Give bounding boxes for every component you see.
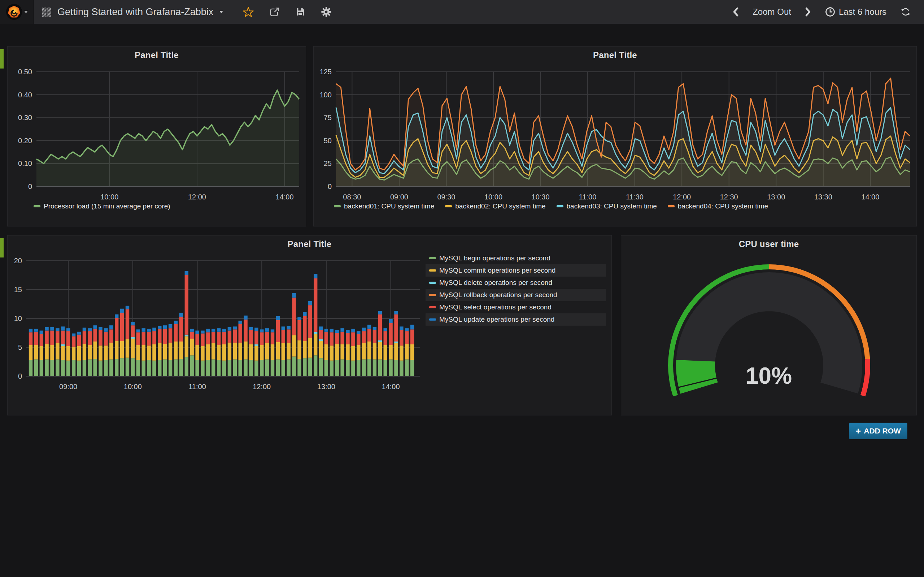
grafana-dashboard: Getting Started with Grafana-Zabbix [0,0,924,577]
legend-label: backend01: CPU system time [344,202,434,210]
svg-text:125: 125 [320,68,332,76]
add-row-button[interactable]: + ADD ROW [849,423,908,439]
star-button[interactable] [241,4,256,19]
svg-text:10:00: 10:00 [100,193,118,201]
svg-text:10:30: 10:30 [531,193,550,201]
legend-item[interactable]: MySQL rollback operations per second [426,289,606,301]
svg-text:20: 20 [14,257,22,265]
legend-label: backend04: CPU system time [678,202,768,210]
svg-text:14:00: 14:00 [276,193,294,201]
svg-text:5: 5 [18,343,22,351]
time-range-label: Last 6 hours [839,7,887,17]
legend-color-swatch [429,306,436,308]
svg-text:10:00: 10:00 [485,193,502,201]
cpu-user-time-gauge[interactable] [621,235,917,417]
panel-cpu-user-time-gauge: CPU user time 10% [621,235,917,416]
grafana-menu-button[interactable] [0,0,34,24]
zoom-out-label: Zoom Out [753,7,791,17]
legend-label: MySQL update operations per second [439,316,554,324]
legend-label: MySQL rollback operations per second [439,291,557,299]
row-collapse-tab[interactable] [0,238,3,258]
chevron-right-icon [805,7,811,17]
chart-legend: MySQL begin operations per secondMySQL c… [426,252,606,326]
chart-svg: 10:0012:0014:000.500.400.300.200.100 [8,47,307,227]
save-icon [295,6,306,17]
dashboard-title-dropdown[interactable]: Getting Started with Grafana-Zabbix [34,0,233,24]
legend-label: backend02: CPU system time [455,202,545,210]
legend-item[interactable]: Processor load (15 min average per core) [34,202,170,210]
grafana-logo-icon [6,3,23,20]
legend-color-swatch [429,294,436,296]
svg-text:11:00: 11:00 [579,193,597,201]
time-shift-back-button[interactable] [730,5,741,19]
svg-text:75: 75 [324,114,332,121]
chart-legend: Processor load (15 min average per core) [34,202,170,210]
legend-color-swatch [429,318,436,321]
cpu-system-time-chart[interactable]: 08:3009:0009:3010:0010:3011:0011:3012:00… [313,47,917,228]
navbar: Getting Started with Grafana-Zabbix [0,0,924,24]
refresh-button[interactable] [898,4,913,19]
legend-label: MySQL select operations per second [439,303,551,311]
legend-item[interactable]: backend04: CPU system time [668,202,768,210]
legend-item[interactable]: MySQL update operations per second [426,313,606,326]
svg-text:100: 100 [320,91,332,99]
svg-text:09:30: 09:30 [437,193,455,201]
settings-button[interactable] [319,4,334,19]
svg-text:0: 0 [18,372,22,380]
legend-item[interactable]: backend02: CPU system time [445,202,545,210]
star-icon [243,6,254,17]
legend-color-swatch [429,282,436,284]
svg-text:0: 0 [328,182,332,190]
processor-load-chart[interactable]: 10:0012:0014:000.500.400.300.200.100 [8,47,307,228]
save-button[interactable] [293,4,308,19]
svg-text:15: 15 [14,285,22,293]
legend-item[interactable]: MySQL commit operations per second [426,264,606,277]
add-row-label: ADD ROW [864,427,901,435]
svg-text:13:00: 13:00 [317,383,335,390]
legend-item[interactable]: MySQL delete operations per second [426,277,606,289]
caret-down-icon [24,10,28,14]
legend-color-swatch [445,205,452,207]
share-button[interactable] [267,4,282,19]
svg-text:11:30: 11:30 [626,193,643,201]
caret-down-icon [219,10,223,14]
panel-mysql-operations: Panel Title 09:0010:0011:0012:0013:0014:… [7,235,612,416]
gear-icon [321,6,332,17]
svg-text:0: 0 [28,182,32,190]
time-range-picker[interactable]: Last 6 hours [823,5,888,19]
share-icon [269,6,280,17]
svg-text:0.40: 0.40 [18,91,32,99]
svg-text:0.30: 0.30 [18,114,32,121]
svg-text:10: 10 [14,314,22,322]
legend-label: MySQL commit operations per second [439,266,556,274]
row-collapse-tab[interactable] [0,49,3,69]
svg-text:0.10: 0.10 [18,160,32,167]
plus-icon: + [855,426,861,436]
svg-text:09:00: 09:00 [59,383,77,390]
navbar-time-controls: Zoom Out Last 6 hours [730,4,924,19]
legend-item[interactable]: MySQL select operations per second [426,301,606,313]
svg-text:0.50: 0.50 [18,68,32,76]
time-shift-forward-button[interactable] [803,5,814,19]
dashboard-title: Getting Started with Grafana-Zabbix [57,6,213,18]
legend-color-swatch [334,205,341,207]
legend-item[interactable]: backend03: CPU system time [557,202,657,210]
chart-svg: 08:3009:0009:3010:0010:3011:0011:3012:00… [313,47,917,227]
dashboard-grid-icon [42,7,52,17]
legend-color-swatch [429,269,436,272]
svg-text:25: 25 [324,160,332,167]
gauge-value: 10% [621,363,916,389]
legend-label: MySQL begin operations per second [439,254,551,262]
zoom-out-button[interactable]: Zoom Out [750,5,793,19]
navbar-actions [233,4,334,19]
legend-item[interactable]: backend01: CPU system time [334,202,434,210]
svg-text:0.20: 0.20 [18,137,32,145]
svg-text:12:00: 12:00 [673,193,691,201]
svg-text:50: 50 [324,137,332,145]
legend-color-swatch [557,205,564,207]
chart-legend: backend01: CPU system timebackend02: CPU… [334,202,768,210]
legend-label: MySQL delete operations per second [439,279,552,287]
legend-item[interactable]: MySQL begin operations per second [426,252,606,264]
legend-color-swatch [429,257,436,259]
legend-color-swatch [668,205,675,207]
